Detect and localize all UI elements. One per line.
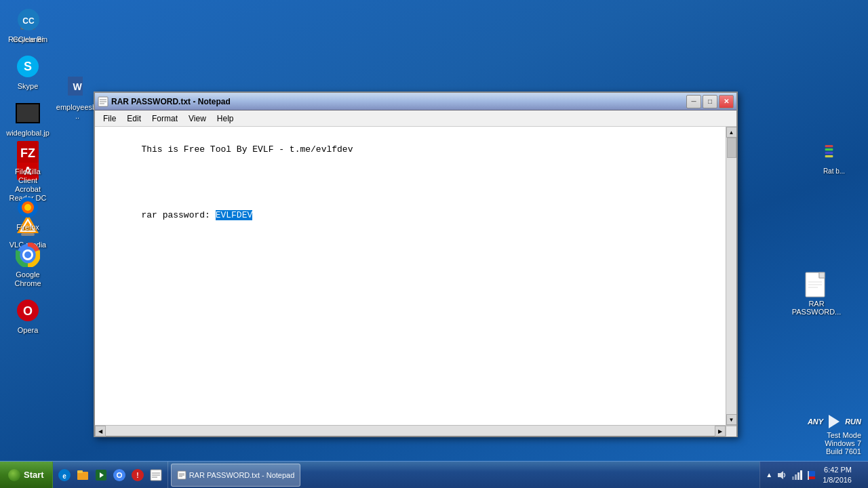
tray-speaker-icon[interactable] [776, 470, 787, 481]
svg-text:CC: CC [22, 16, 35, 26]
menu-help[interactable]: Help [212, 113, 239, 125]
quicklaunch-media[interactable] [93, 467, 109, 483]
svg-rect-67 [792, 476, 794, 480]
start-label: Start [24, 470, 44, 480]
menu-view[interactable]: View [183, 113, 212, 125]
close-button[interactable]: ✕ [719, 95, 734, 108]
employeesb-icon: W [64, 74, 91, 101]
scroll-left-arrow[interactable]: ◀ [95, 426, 106, 436]
svg-rect-70 [800, 470, 802, 480]
text-selected-evlfdev: EVLFDEV [216, 210, 253, 220]
svg-point-55 [117, 473, 121, 476]
svg-text:e: e [62, 472, 66, 480]
filezilla-label: FileZilla Client [6, 167, 50, 185]
scroll-thumb-v[interactable] [727, 138, 736, 158]
maximize-button[interactable]: □ [703, 95, 717, 108]
test-mode-label: Test Mode Windows 7 Build 7601 [825, 431, 861, 455]
anyrun-watermark: ANY RUN Test Mode Windows 7 Build 7601 [808, 413, 861, 455]
start-orb [8, 469, 20, 481]
vertical-scrollbar[interactable]: ▲ ▼ [726, 127, 736, 425]
svg-marker-46 [829, 415, 840, 428]
tray-flag-icon[interactable] [806, 470, 817, 481]
employeesb-label: employeesb... [56, 103, 99, 121]
firefox-icon [14, 194, 41, 221]
svg-text:!: ! [136, 472, 138, 479]
text-line3-prefix: rar password: [141, 210, 215, 220]
opera-icon: O [14, 297, 41, 324]
window-menubar: File Edit Format View Help [95, 110, 736, 127]
scroll-up-arrow[interactable]: ▲ [726, 127, 737, 138]
taskbar-notepad-label: RAR PASSWORD.txt - Notepad [189, 471, 295, 479]
system-tray: ▲ 6:42 PM 1/8/201 [760, 462, 868, 488]
menu-format[interactable]: Format [146, 113, 183, 125]
scroll-right-arrow[interactable]: ▶ [715, 426, 726, 436]
desktop-icon-skype[interactable]: S Skype [3, 50, 52, 94]
start-button[interactable]: Start [0, 462, 53, 488]
taskbar-item-notepad[interactable]: RAR PASSWORD.txt - Notepad [171, 464, 301, 487]
quicklaunch-ie[interactable]: e [56, 467, 73, 483]
ccleaner-label: CCleaner [13, 35, 44, 44]
os-text: Windows 7 [825, 439, 861, 447]
right-icon1 [821, 138, 848, 165]
quicklaunch-explorer[interactable] [75, 467, 91, 483]
scroll-corner [726, 426, 736, 436]
clock-time: 6:42 PM [823, 465, 852, 474]
menu-edit[interactable]: Edit [121, 113, 146, 125]
chrome-icon [14, 241, 41, 268]
scroll-down-arrow[interactable]: ▼ [726, 414, 737, 425]
svg-text:W: W [73, 81, 82, 92]
desktop: Recycle Bin S Skype wideglobal.jpg [0, 0, 868, 488]
skype-label: Skype [18, 82, 39, 91]
quicklaunch-notepad[interactable] [148, 467, 164, 483]
desktop-icon-right1[interactable]: Rat b... [814, 136, 854, 178]
filezilla-icon: FZ [14, 138, 41, 165]
desktop-icon-opera[interactable]: O Opera [3, 294, 52, 338]
taskbar-notepad-icon [177, 470, 186, 480]
window-titlebar[interactable]: RAR PASSWORD.txt - Notepad ─ □ ✕ [95, 93, 736, 110]
build-text: Build 7601 [825, 447, 861, 455]
tray-icons: ▲ [766, 470, 817, 481]
scroll-track-h[interactable] [106, 426, 715, 436]
clock[interactable]: 6:42 PM 1/8/2016 [823, 465, 852, 485]
tray-arrow[interactable]: ▲ [766, 471, 772, 479]
clock-date: 1/8/2016 [823, 475, 852, 485]
desktop-icon-firefox[interactable]: Firefox [3, 191, 52, 235]
svg-text:O: O [23, 304, 33, 318]
menu-file[interactable]: File [98, 113, 121, 125]
quicklaunch-chrome[interactable] [111, 467, 127, 483]
scroll-track-v[interactable] [726, 138, 736, 414]
notepad-window: RAR PASSWORD.txt - Notepad ─ □ ✕ File Ed… [94, 92, 738, 437]
ccleaner-icon: CC [15, 6, 42, 33]
svg-marker-66 [778, 471, 783, 479]
text-line1: This is Free Tool By EVLF - t.me/evlfdev [141, 144, 353, 155]
desktop-icon-ccleaner[interactable]: CC CCleaner [4, 3, 53, 47]
right-label1: Rat b... [823, 167, 845, 176]
minimize-button[interactable]: ─ [686, 95, 701, 108]
taskbar-items: RAR PASSWORD.txt - Notepad [168, 462, 304, 488]
notepad-title-icon [98, 96, 108, 107]
svg-rect-69 [797, 472, 800, 480]
svg-rect-71 [808, 471, 815, 476]
svg-rect-10 [17, 104, 39, 122]
quicklaunch-security[interactable]: ! [130, 467, 146, 483]
skype-icon: S [14, 53, 41, 80]
window-controls: ─ □ ✕ [686, 95, 734, 108]
svg-rect-68 [795, 474, 797, 480]
taskbar: Start e [0, 461, 868, 488]
watermark-run: RUN [845, 418, 861, 426]
rar-password-file-icon [804, 271, 829, 300]
svg-point-26 [24, 204, 31, 211]
desktop-icon-chrome[interactable]: Google Chrome [3, 239, 52, 291]
window-title-text: RAR PASSWORD.txt - Notepad [111, 97, 686, 106]
tray-network-icon[interactable] [791, 470, 802, 481]
desktop-icon-rar-password[interactable]: RAR PASSWORD... [792, 271, 841, 316]
svg-rect-38 [819, 272, 825, 278]
test-mode-text: Test Mode [825, 431, 861, 439]
desktop-icon-filezilla[interactable]: FZ FileZilla Client [3, 136, 52, 188]
rar-password-file-label: RAR PASSWORD... [792, 300, 842, 316]
play-icon [826, 413, 842, 430]
firefox-label: Firefox [16, 223, 39, 232]
svg-rect-72 [808, 476, 815, 479]
opera-label: Opera [18, 326, 39, 335]
notepad-text-area[interactable]: This is Free Tool By EVLF - t.me/evlfdev… [95, 127, 726, 425]
